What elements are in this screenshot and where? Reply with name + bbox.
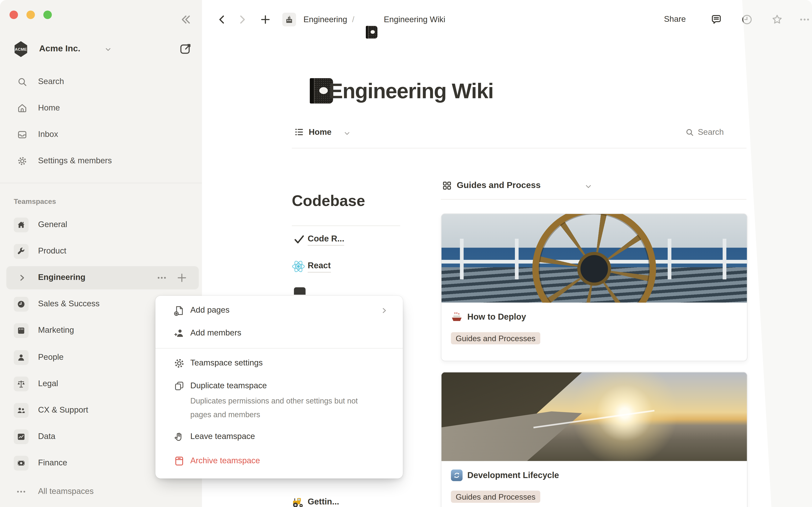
page-link-getting-started[interactable]: Gettin... — [308, 497, 339, 507]
view-search-label[interactable]: Search — [698, 127, 724, 137]
history-clock-icon[interactable] — [741, 13, 753, 26]
breadcrumb-teamspace[interactable]: Engineering — [303, 15, 347, 24]
teamspaces-section-label: Teamspaces — [14, 198, 56, 206]
page-title: Engineering Wiki — [329, 79, 493, 103]
search-icon — [17, 77, 28, 87]
sidebar-item-home[interactable]: Home — [4, 97, 198, 120]
back-icon[interactable] — [216, 13, 229, 26]
sidebar-item-settings[interactable]: Settings & members — [4, 150, 198, 173]
add-page-icon — [173, 305, 185, 317]
ship-icon — [451, 311, 463, 323]
menu-item-add-members[interactable]: Add members — [159, 322, 400, 344]
sidebar-item-engineering[interactable]: Engineering — [6, 266, 199, 289]
chevron-right-icon[interactable] — [18, 274, 27, 282]
gear-icon — [17, 156, 28, 166]
duplicate-description: Duplicates permissions and other setting… — [190, 394, 359, 421]
chevron-down-icon[interactable] — [344, 130, 351, 137]
sidebar-collapse-icon[interactable] — [179, 13, 192, 26]
share-button[interactable]: Share — [664, 14, 686, 24]
codebase-heading: Codebase — [292, 192, 365, 210]
scales-icon — [14, 377, 29, 391]
house-icon — [14, 218, 29, 232]
card-cover-ship-wheel — [442, 214, 747, 303]
window-close-button[interactable] — [9, 11, 18, 19]
dots-icon — [16, 487, 27, 497]
more-options-icon[interactable] — [798, 13, 811, 26]
gallery-grid-icon — [442, 181, 452, 191]
sidebar-divider — [0, 183, 202, 183]
tab-home-view[interactable]: Home — [309, 127, 332, 137]
card-cover-sunset-road — [442, 373, 747, 461]
duplicate-icon — [173, 380, 185, 392]
star-icon[interactable] — [771, 13, 783, 26]
teamspace-context-menu: Add pages Add members Teamspace settings… — [155, 296, 403, 478]
clock-icon — [14, 297, 29, 312]
breadcrumb-teamspace-icon[interactable] — [282, 13, 296, 26]
workspace-logo: ACME — [14, 41, 28, 57]
card-title: How to Deploy — [467, 312, 526, 322]
notebook-icon — [366, 26, 377, 39]
card-tag: Guides and Processes — [451, 332, 540, 345]
sidebar-item-inbox[interactable]: Inbox — [4, 123, 198, 147]
breadcrumb-separator: / — [352, 15, 354, 24]
chevron-down-icon[interactable] — [585, 183, 592, 190]
menu-item-archive-teamspace[interactable]: Archive teamspace — [159, 450, 400, 472]
workspace-name: Acme Inc. — [39, 43, 80, 53]
breadcrumb-page[interactable]: Engineering Wiki — [384, 15, 445, 24]
notion-window: ACME Acme Inc. Search Home Inbox Setting… — [0, 0, 812, 507]
inbox-icon — [17, 129, 28, 140]
sidebar-item-all-teamspaces[interactable]: All teamspaces — [6, 480, 199, 503]
people-icon — [14, 403, 29, 418]
gear-icon — [173, 358, 185, 369]
add-page-icon[interactable] — [259, 13, 272, 26]
sidebar-item-product[interactable]: Product — [6, 240, 199, 263]
person-icon — [14, 350, 29, 365]
card-title: Development Lifecycle — [467, 471, 559, 480]
gallery-divider — [441, 199, 747, 200]
card-tag: Guides and Processes — [451, 491, 540, 503]
checkmark-icon — [293, 233, 306, 246]
card-development-lifecycle[interactable]: Development Lifecycle Guides and Process… — [441, 372, 748, 507]
new-page-compose-icon[interactable] — [179, 42, 192, 56]
sidebar-item-search[interactable]: Search — [4, 70, 198, 94]
sidebar-item-general[interactable]: General — [6, 213, 199, 237]
waving-hand-icon — [173, 431, 185, 443]
menu-item-add-pages[interactable]: Add pages — [159, 299, 400, 322]
comments-icon[interactable] — [710, 13, 723, 26]
menu-item-teamspace-settings[interactable]: Teamspace settings — [159, 352, 400, 375]
react-icon — [291, 260, 306, 274]
teamspace-more-icon[interactable] — [155, 272, 168, 284]
page-link-react[interactable]: React — [308, 261, 331, 273]
archive-box-icon — [173, 455, 185, 467]
menu-item-leave-teamspace[interactable]: Leave teamspace — [159, 426, 400, 448]
menu-divider — [155, 348, 403, 349]
hidden-page-icon-fragment — [294, 287, 306, 295]
page-link-code-review[interactable]: Code R... — [308, 234, 344, 246]
board-icon — [14, 323, 29, 338]
chart-icon — [14, 430, 29, 444]
search-icon[interactable] — [685, 128, 694, 137]
submenu-chevron-icon — [380, 307, 388, 314]
window-minimize-button[interactable] — [27, 11, 35, 19]
view-bar-divider — [292, 148, 747, 149]
codebase-divider — [292, 226, 400, 226]
workspace-switcher[interactable]: ACME Acme Inc. — [0, 39, 202, 59]
teamspace-add-icon[interactable] — [175, 272, 188, 284]
window-zoom-button[interactable] — [43, 11, 52, 19]
card-how-to-deploy[interactable]: How to Deploy Guides and Processes — [441, 213, 748, 361]
forward-icon[interactable] — [236, 13, 248, 26]
wrench-icon — [14, 244, 29, 259]
home-icon — [17, 103, 28, 114]
banknote-icon — [14, 456, 29, 471]
add-person-icon — [173, 327, 185, 339]
gallery-heading[interactable]: Guides and Process — [457, 180, 541, 190]
refresh-arrows-icon — [451, 469, 463, 481]
list-view-icon — [294, 127, 305, 137]
chevron-down-icon — [105, 46, 112, 53]
tractor-icon — [291, 495, 306, 507]
